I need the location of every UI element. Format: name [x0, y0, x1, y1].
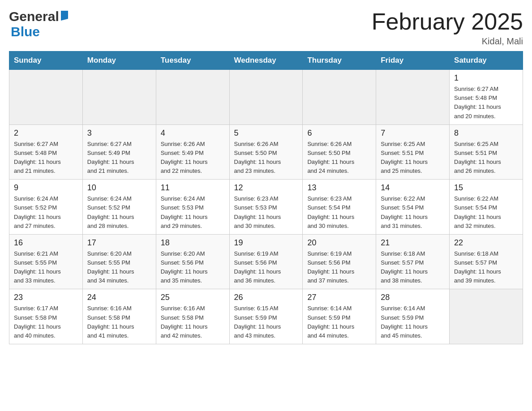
weekday-header-sunday: Sunday: [9, 51, 83, 70]
logo-general-text: General: [9, 9, 59, 24]
day-number: 21: [381, 238, 445, 248]
calendar-cell: 19Sunrise: 6:19 AM Sunset: 5:56 PM Dayli…: [229, 234, 303, 289]
weekday-header-monday: Monday: [82, 51, 156, 70]
day-number: 14: [381, 183, 445, 193]
logo: General Blue: [9, 9, 69, 39]
day-number: 3: [87, 128, 151, 138]
logo-blue-text: Blue: [11, 24, 40, 39]
calendar-week-row: 16Sunrise: 6:21 AM Sunset: 5:55 PM Dayli…: [9, 234, 523, 289]
day-info: Sunrise: 6:23 AM Sunset: 5:54 PM Dayligh…: [307, 194, 371, 231]
day-number: 10: [87, 183, 151, 193]
day-number: 26: [234, 293, 298, 302]
calendar-cell: [450, 289, 523, 344]
day-info: Sunrise: 6:17 AM Sunset: 5:58 PM Dayligh…: [14, 304, 78, 340]
day-number: 9: [14, 183, 78, 193]
title-section: February 2025 Kidal, Mali: [372, 9, 523, 47]
calendar-week-row: 2Sunrise: 6:27 AM Sunset: 5:48 PM Daylig…: [9, 124, 523, 180]
day-info: Sunrise: 6:15 AM Sunset: 5:59 PM Dayligh…: [234, 304, 298, 340]
day-number: 27: [307, 293, 371, 302]
weekday-header-thursday: Thursday: [303, 51, 376, 70]
day-number: 18: [161, 238, 225, 248]
day-number: 17: [87, 238, 151, 248]
day-info: Sunrise: 6:26 AM Sunset: 5:50 PM Dayligh…: [307, 140, 371, 176]
day-number: 2: [14, 128, 78, 138]
day-number: 12: [234, 183, 298, 193]
day-number: 19: [234, 238, 298, 248]
day-info: Sunrise: 6:27 AM Sunset: 5:49 PM Dayligh…: [87, 140, 151, 176]
calendar-cell: 14Sunrise: 6:22 AM Sunset: 5:54 PM Dayli…: [376, 180, 450, 235]
calendar-cell: [376, 70, 450, 125]
calendar-cell: 7Sunrise: 6:25 AM Sunset: 5:51 PM Daylig…: [376, 124, 450, 180]
day-number: 11: [161, 183, 225, 193]
weekday-header-wednesday: Wednesday: [229, 51, 303, 70]
calendar-cell: 5Sunrise: 6:26 AM Sunset: 5:50 PM Daylig…: [229, 124, 303, 180]
day-number: 22: [454, 238, 518, 248]
page-header: General Blue February 2025 Kidal, Mali: [9, 9, 523, 47]
day-number: 1: [454, 73, 518, 83]
calendar-cell: 18Sunrise: 6:20 AM Sunset: 5:56 PM Dayli…: [156, 234, 229, 289]
weekday-header-tuesday: Tuesday: [156, 51, 229, 70]
day-number: 4: [161, 128, 225, 138]
calendar-cell: 10Sunrise: 6:24 AM Sunset: 5:52 PM Dayli…: [82, 180, 156, 235]
day-info: Sunrise: 6:22 AM Sunset: 5:54 PM Dayligh…: [454, 194, 518, 231]
day-number: 8: [454, 128, 518, 138]
svg-marker-0: [61, 11, 68, 21]
calendar-cell: 9Sunrise: 6:24 AM Sunset: 5:52 PM Daylig…: [9, 180, 83, 235]
location-label: Kidal, Mali: [372, 36, 523, 47]
calendar-cell: [9, 70, 83, 125]
calendar-cell: 2Sunrise: 6:27 AM Sunset: 5:48 PM Daylig…: [9, 124, 83, 180]
calendar-table: SundayMondayTuesdayWednesdayThursdayFrid…: [9, 51, 523, 344]
day-number: 16: [14, 238, 78, 248]
calendar-cell: 3Sunrise: 6:27 AM Sunset: 5:49 PM Daylig…: [82, 124, 156, 180]
day-info: Sunrise: 6:14 AM Sunset: 5:59 PM Dayligh…: [307, 304, 371, 340]
day-info: Sunrise: 6:18 AM Sunset: 5:57 PM Dayligh…: [454, 249, 518, 286]
calendar-week-row: 9Sunrise: 6:24 AM Sunset: 5:52 PM Daylig…: [9, 180, 523, 235]
day-info: Sunrise: 6:16 AM Sunset: 5:58 PM Dayligh…: [161, 304, 225, 340]
calendar-cell: 15Sunrise: 6:22 AM Sunset: 5:54 PM Dayli…: [450, 180, 523, 235]
day-number: 13: [307, 183, 371, 193]
month-title: February 2025: [372, 9, 523, 34]
calendar-cell: 1Sunrise: 6:27 AM Sunset: 5:48 PM Daylig…: [450, 70, 523, 125]
day-info: Sunrise: 6:26 AM Sunset: 5:49 PM Dayligh…: [161, 140, 225, 176]
weekday-header-friday: Friday: [376, 51, 450, 70]
day-number: 23: [14, 293, 78, 302]
calendar-cell: [156, 70, 229, 125]
logo-flag-icon: [60, 11, 69, 22]
day-info: Sunrise: 6:27 AM Sunset: 5:48 PM Dayligh…: [454, 85, 518, 121]
day-info: Sunrise: 6:20 AM Sunset: 5:55 PM Dayligh…: [87, 249, 151, 286]
day-number: 15: [454, 183, 518, 193]
calendar-cell: 27Sunrise: 6:14 AM Sunset: 5:59 PM Dayli…: [303, 289, 376, 344]
day-info: Sunrise: 6:25 AM Sunset: 5:51 PM Dayligh…: [454, 140, 518, 176]
calendar-cell: 20Sunrise: 6:19 AM Sunset: 5:56 PM Dayli…: [303, 234, 376, 289]
calendar-cell: 21Sunrise: 6:18 AM Sunset: 5:57 PM Dayli…: [376, 234, 450, 289]
calendar-cell: 22Sunrise: 6:18 AM Sunset: 5:57 PM Dayli…: [450, 234, 523, 289]
day-info: Sunrise: 6:22 AM Sunset: 5:54 PM Dayligh…: [381, 194, 445, 231]
calendar-cell: 12Sunrise: 6:23 AM Sunset: 5:53 PM Dayli…: [229, 180, 303, 235]
calendar-cell: 28Sunrise: 6:14 AM Sunset: 5:59 PM Dayli…: [376, 289, 450, 344]
calendar-cell: 24Sunrise: 6:16 AM Sunset: 5:58 PM Dayli…: [82, 289, 156, 344]
calendar-cell: 26Sunrise: 6:15 AM Sunset: 5:59 PM Dayli…: [229, 289, 303, 344]
calendar-cell: 6Sunrise: 6:26 AM Sunset: 5:50 PM Daylig…: [303, 124, 376, 180]
day-number: 28: [381, 293, 445, 302]
day-info: Sunrise: 6:23 AM Sunset: 5:53 PM Dayligh…: [234, 194, 298, 231]
day-number: 24: [87, 293, 151, 302]
weekday-header-saturday: Saturday: [450, 51, 523, 70]
day-number: 7: [381, 128, 445, 138]
weekday-header-row: SundayMondayTuesdayWednesdayThursdayFrid…: [9, 51, 523, 70]
calendar-cell: 11Sunrise: 6:24 AM Sunset: 5:53 PM Dayli…: [156, 180, 229, 235]
day-info: Sunrise: 6:26 AM Sunset: 5:50 PM Dayligh…: [234, 140, 298, 176]
day-info: Sunrise: 6:25 AM Sunset: 5:51 PM Dayligh…: [381, 140, 445, 176]
calendar-cell: [303, 70, 376, 125]
day-info: Sunrise: 6:24 AM Sunset: 5:52 PM Dayligh…: [14, 194, 78, 231]
day-info: Sunrise: 6:14 AM Sunset: 5:59 PM Dayligh…: [381, 304, 445, 340]
calendar-cell: 4Sunrise: 6:26 AM Sunset: 5:49 PM Daylig…: [156, 124, 229, 180]
calendar-week-row: 1Sunrise: 6:27 AM Sunset: 5:48 PM Daylig…: [9, 70, 523, 125]
calendar-cell: 17Sunrise: 6:20 AM Sunset: 5:55 PM Dayli…: [82, 234, 156, 289]
day-info: Sunrise: 6:21 AM Sunset: 5:55 PM Dayligh…: [14, 249, 78, 286]
day-info: Sunrise: 6:16 AM Sunset: 5:58 PM Dayligh…: [87, 304, 151, 340]
calendar-cell: 8Sunrise: 6:25 AM Sunset: 5:51 PM Daylig…: [450, 124, 523, 180]
day-number: 20: [307, 238, 371, 248]
day-info: Sunrise: 6:24 AM Sunset: 5:53 PM Dayligh…: [161, 194, 225, 231]
day-info: Sunrise: 6:20 AM Sunset: 5:56 PM Dayligh…: [161, 249, 225, 286]
day-info: Sunrise: 6:19 AM Sunset: 5:56 PM Dayligh…: [234, 249, 298, 286]
